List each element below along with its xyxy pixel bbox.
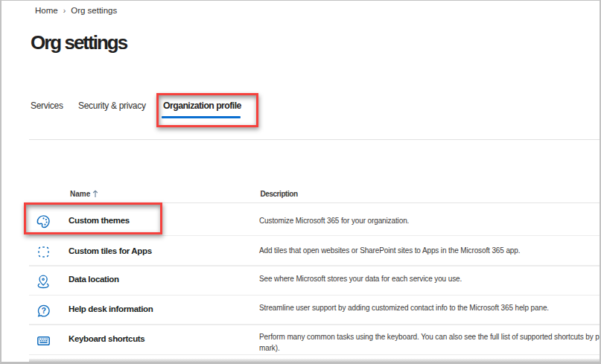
svg-text:?: ?	[41, 305, 45, 314]
